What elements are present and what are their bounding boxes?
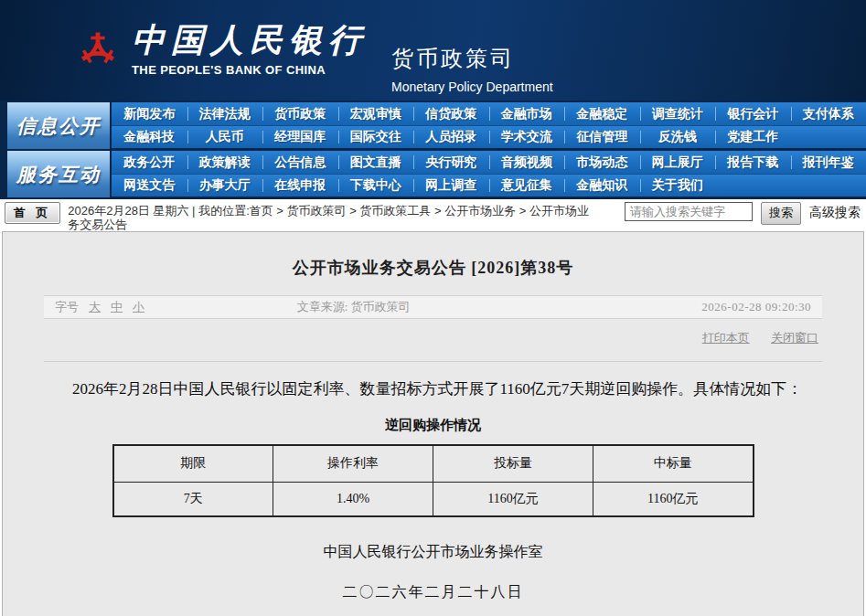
nav-item[interactable]: 银行会计 <box>715 102 791 125</box>
table-header-cell: 操作利率 <box>273 445 433 482</box>
font-size-links: 大中小 <box>89 299 144 315</box>
table-header-cell: 投标量 <box>433 445 593 482</box>
nav-item[interactable]: 人员招录 <box>413 126 489 148</box>
nav-section-label[interactable]: 服务互动 <box>7 151 110 197</box>
nav-item[interactable]: 政务公开 <box>112 151 187 174</box>
font-size-link[interactable]: 中 <box>111 299 123 315</box>
department-name-en: Monetary Policy Department <box>391 80 553 94</box>
bank-name-en: THE PEOPLE'S BANK OF CHINA <box>132 63 368 77</box>
pboc-logo-icon <box>79 20 117 84</box>
nav-section: 服务互动政务公开政策解读公告信息图文直播央行研究音频视频市场动态网上展厅报告下载… <box>0 151 866 197</box>
nav-item[interactable]: 宏观审慎 <box>338 102 414 125</box>
search-box: 搜索 高级搜索 <box>625 202 861 225</box>
main-nav: 信息公开新闻发布法律法规货币政策宏观审慎信贷政策金融市场金融稳定调查统计银行会计… <box>0 101 866 199</box>
nav-item[interactable]: 法律法规 <box>187 102 263 125</box>
breadcrumb-bar: 首 页 2026年2月28日 星期六 | 我的位置:首页 > 货币政策司 > 货… <box>0 199 866 231</box>
nav-item[interactable]: 意见征集 <box>489 175 565 196</box>
article-timestamp: 2026-02-28 09:20:30 <box>577 300 811 314</box>
nav-item[interactable]: 党建工作 <box>715 126 791 148</box>
table-cell: 1160亿元 <box>593 482 754 516</box>
nav-item[interactable]: 反洗钱 <box>640 126 716 148</box>
article-tools: 打印本页 关闭窗口 <box>44 319 822 362</box>
nav-item[interactable]: 政策解读 <box>187 151 263 174</box>
table-cell: 1.40% <box>273 482 433 516</box>
nav-item[interactable]: 网上调查 <box>413 175 489 196</box>
nav-item[interactable]: 新闻发布 <box>112 102 187 125</box>
font-size-label: 字号 <box>55 299 79 315</box>
nav-item[interactable]: 学术交流 <box>489 126 565 148</box>
department-name-cn: 货币政策司 <box>391 44 553 73</box>
content-panel: 公开市场业务交易公告 [2026]第38号 字号 大中小 文章来源: 货币政策司… <box>2 231 864 616</box>
nav-item[interactable]: 支付体系 <box>791 102 866 125</box>
table-cell: 1160亿元 <box>433 482 593 516</box>
nav-item[interactable]: 下载中心 <box>338 175 414 196</box>
nav-item[interactable]: 经理国库 <box>262 126 338 148</box>
search-input[interactable] <box>625 202 753 221</box>
close-window-link[interactable]: 关闭窗口 <box>771 331 818 345</box>
nav-item[interactable]: 在线申报 <box>262 175 338 196</box>
table-header-row: 期限操作利率投标量中标量 <box>113 445 754 482</box>
article-source: 文章来源: 货币政策司 <box>297 299 577 315</box>
nav-row: 金融科技人民币经理国库国际交往人员招录学术交流征信管理反洗钱党建工作 <box>112 125 866 148</box>
print-link[interactable]: 打印本页 <box>702 331 750 345</box>
nav-item[interactable]: 图文直播 <box>338 151 414 174</box>
nav-section: 信息公开新闻发布法律法规货币政策宏观审慎信贷政策金融市场金融稳定调查统计银行会计… <box>0 102 866 149</box>
nav-item[interactable]: 关于我们 <box>640 175 716 196</box>
nav-item[interactable]: 征信管理 <box>564 126 640 148</box>
font-size-link[interactable]: 小 <box>133 299 144 315</box>
nav-item[interactable]: 人民币 <box>187 126 263 148</box>
nav-item[interactable]: 调查统计 <box>640 102 716 125</box>
font-size-link[interactable]: 大 <box>89 299 101 315</box>
breadcrumb-date: 2026年2月28日 星期六 <box>68 204 188 218</box>
table-header-cell: 期限 <box>113 445 273 482</box>
nav-section-label[interactable]: 信息公开 <box>7 102 110 149</box>
nav-item[interactable]: 信贷政策 <box>413 102 489 125</box>
search-button[interactable]: 搜索 <box>761 202 801 225</box>
nav-menu: 政务公开政策解读公告信息图文直播央行研究音频视频市场动态网上展厅报告下载报刊年鉴… <box>112 151 866 197</box>
nav-item[interactable]: 办事大厅 <box>187 175 263 196</box>
nav-item[interactable]: 报刊年鉴 <box>791 151 866 174</box>
advanced-search-link[interactable]: 高级搜索 <box>809 205 861 221</box>
site-header: 中国人民银行 THE PEOPLE'S BANK OF CHINA 货币政策司 … <box>0 0 866 101</box>
nav-row: 新闻发布法律法规货币政策宏观审慎信贷政策金融市场金融稳定调查统计银行会计支付体系 <box>112 102 866 125</box>
breadcrumb: 2026年2月28日 星期六 | 我的位置:首页 > 货币政策司 > 货币政策工… <box>68 204 596 231</box>
bank-name-block: 中国人民银行 THE PEOPLE'S BANK OF CHINA <box>132 24 368 77</box>
table-row: 7天1.40%1160亿元1160亿元 <box>113 482 754 516</box>
nav-item[interactable]: 网送文告 <box>112 175 187 196</box>
signature-office: 中国人民银行公开市场业务操作室 <box>3 543 863 562</box>
nav-item[interactable]: 金融稳定 <box>564 102 640 125</box>
nav-item[interactable]: 市场动态 <box>564 151 640 174</box>
nav-item[interactable]: 报告下载 <box>715 151 791 174</box>
article-meta-bar: 字号 大中小 文章来源: 货币政策司 2026-02-28 09:20:30 <box>44 295 822 319</box>
nav-item[interactable]: 音频视频 <box>489 151 565 174</box>
page-title: 公开市场业务交易公告 [2026]第38号 <box>3 257 863 279</box>
signature-date: 二〇二六年二月二十八日 <box>3 583 863 602</box>
table-header-cell: 中标量 <box>593 445 754 482</box>
font-size-controls: 字号 大中小 <box>55 299 297 315</box>
nav-item[interactable]: 国际交往 <box>338 126 414 148</box>
breadcrumb-divider: | <box>192 204 195 218</box>
nav-row: 网送文告办事大厅在线申报下载中心网上调查意见征集金融知识关于我们 <box>112 174 866 196</box>
nav-row: 政务公开政策解读公告信息图文直播央行研究音频视频市场动态网上展厅报告下载报刊年鉴 <box>112 151 866 174</box>
nav-item[interactable]: 央行研究 <box>413 151 489 174</box>
home-button[interactable]: 首 页 <box>5 202 60 224</box>
department-block: 货币政策司 Monetary Policy Department <box>391 44 553 94</box>
nav-item[interactable]: 公告信息 <box>262 151 338 174</box>
nav-item[interactable]: 货币政策 <box>262 102 338 125</box>
nav-item[interactable]: 网上展厅 <box>640 151 716 174</box>
article-body: 2026年2月28日中国人民银行以固定利率、数量招标方式开展了1160亿元7天期… <box>41 377 825 401</box>
table-title: 逆回购操作情况 <box>3 417 863 434</box>
nav-item[interactable]: 金融科技 <box>112 126 187 148</box>
nav-item[interactable]: 金融市场 <box>489 102 565 125</box>
ops-table: 期限操作利率投标量中标量7天1.40%1160亿元1160亿元 <box>112 444 754 517</box>
table-cell: 7天 <box>113 482 273 516</box>
nav-item[interactable]: 金融知识 <box>564 175 640 196</box>
nav-menu: 新闻发布法律法规货币政策宏观审慎信贷政策金融市场金融稳定调查统计银行会计支付体系… <box>112 102 866 149</box>
bank-name-cn: 中国人民银行 <box>132 24 368 58</box>
